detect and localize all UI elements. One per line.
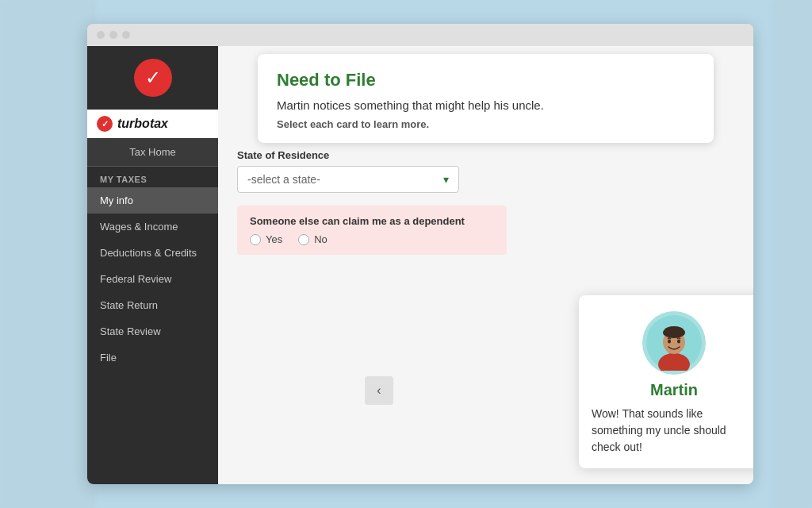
browser-window: ✓ ✓ turbotax Tax Home MY TAXES My info W… — [87, 24, 753, 484]
sidebar-logo-area: ✓ — [87, 46, 218, 110]
svg-point-5 — [665, 326, 684, 334]
sidebar-item-myinfo[interactable]: My info — [87, 187, 218, 214]
martin-avatar-svg — [646, 315, 702, 371]
info-card-sub: Select each card to learn more. — [277, 118, 695, 130]
radio-yes[interactable]: Yes — [250, 233, 282, 245]
svg-point-7 — [677, 340, 680, 344]
radio-no-label: No — [314, 233, 327, 245]
sidebar-item-federal-review[interactable]: Federal Review — [87, 266, 218, 292]
dependent-label: Someone else can claim me as a dependent — [250, 215, 494, 227]
state-select[interactable]: -select a state- ▾ — [237, 166, 459, 193]
sidebar-item-wages[interactable]: Wages & Income — [87, 214, 218, 240]
sidebar: ✓ ✓ turbotax Tax Home MY TAXES My info W… — [87, 46, 218, 484]
turbotax-icon: ✓ — [97, 116, 113, 132]
info-card-body: Martin notices something that might help… — [277, 98, 695, 112]
chevron-down-icon: ▾ — [443, 173, 449, 186]
radio-yes-label: Yes — [266, 233, 282, 245]
radio-no-circle — [298, 234, 309, 245]
info-card: Need to File Martin notices something th… — [258, 54, 714, 143]
browser-dot-3 — [122, 31, 130, 39]
dependent-card: Someone else can claim me as a dependent… — [237, 206, 507, 255]
nav-left-button[interactable]: ‹ — [365, 376, 393, 405]
turbotax-brand: turbotax — [117, 117, 168, 131]
sidebar-item-state-review[interactable]: State Review — [87, 318, 218, 344]
check-icon: ✓ — [134, 59, 172, 97]
martin-card: Martin Wow! That sounds like something m… — [579, 295, 753, 468]
sidebar-item-deductions[interactable]: Deductions & Credits — [87, 240, 218, 266]
sidebar-item-file[interactable]: File — [87, 344, 218, 371]
info-card-title: Need to File — [277, 70, 695, 90]
radio-yes-circle — [250, 234, 261, 245]
browser-content: ✓ ✓ turbotax Tax Home MY TAXES My info W… — [87, 46, 753, 484]
state-label: State of Residence — [237, 149, 734, 161]
browser-titlebar — [87, 24, 753, 46]
my-taxes-header: MY TAXES — [87, 167, 218, 187]
martin-name: Martin — [592, 381, 753, 399]
state-select-value: -select a state- — [247, 173, 320, 186]
turbotax-logo: ✓ turbotax — [87, 110, 218, 138]
sidebar-item-state-return[interactable]: State Return — [87, 292, 218, 318]
svg-point-6 — [668, 340, 671, 344]
martin-avatar — [642, 311, 706, 375]
radio-group: Yes No — [250, 233, 494, 245]
browser-dot-1 — [97, 31, 105, 39]
chevron-left-icon: ‹ — [377, 383, 381, 398]
radio-no[interactable]: No — [298, 233, 327, 245]
browser-dot-2 — [109, 31, 117, 39]
sidebar-tax-home[interactable]: Tax Home — [87, 138, 218, 167]
martin-text: Wow! That sounds like something my uncle… — [592, 406, 753, 456]
main-content: Need to File Martin notices something th… — [218, 46, 753, 484]
